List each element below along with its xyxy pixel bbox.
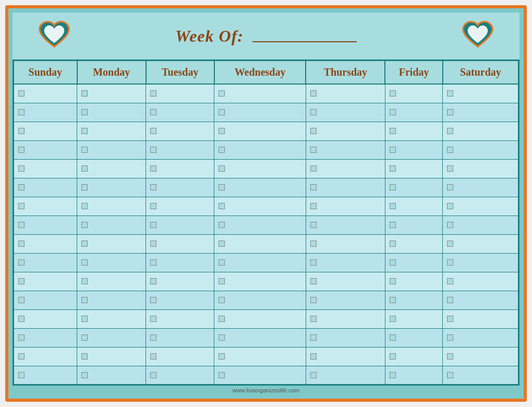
checkbox[interactable] xyxy=(150,316,156,322)
checkbox[interactable] xyxy=(150,297,156,303)
checkbox[interactable] xyxy=(81,297,88,303)
checkbox[interactable] xyxy=(81,109,88,115)
checkbox[interactable] xyxy=(219,128,225,134)
checkbox[interactable] xyxy=(390,203,396,209)
checkbox[interactable] xyxy=(390,165,396,172)
checkbox[interactable] xyxy=(18,334,25,341)
checkbox[interactable] xyxy=(150,222,156,228)
checkbox[interactable] xyxy=(219,90,225,97)
checkbox[interactable] xyxy=(447,222,453,228)
checkbox[interactable] xyxy=(390,241,396,247)
checkbox[interactable] xyxy=(81,203,88,209)
checkbox[interactable] xyxy=(390,222,396,228)
checkbox[interactable] xyxy=(150,147,156,153)
checkbox[interactable] xyxy=(447,203,453,209)
checkbox[interactable] xyxy=(447,259,453,266)
checkbox[interactable] xyxy=(18,90,25,97)
checkbox[interactable] xyxy=(310,241,317,247)
checkbox[interactable] xyxy=(150,353,156,360)
checkbox[interactable] xyxy=(18,184,25,190)
checkbox[interactable] xyxy=(81,259,88,266)
checkbox[interactable] xyxy=(310,128,317,134)
checkbox[interactable] xyxy=(18,222,25,228)
checkbox[interactable] xyxy=(447,316,453,322)
checkbox[interactable] xyxy=(447,184,453,190)
checkbox[interactable] xyxy=(310,203,317,209)
checkbox[interactable] xyxy=(447,353,453,360)
checkbox[interactable] xyxy=(81,90,88,97)
checkbox[interactable] xyxy=(390,147,396,153)
checkbox[interactable] xyxy=(18,278,25,284)
checkbox[interactable] xyxy=(310,372,317,378)
checkbox[interactable] xyxy=(310,316,317,322)
checkbox[interactable] xyxy=(310,353,317,360)
checkbox[interactable] xyxy=(81,353,88,360)
checkbox[interactable] xyxy=(310,184,317,190)
checkbox[interactable] xyxy=(18,241,25,247)
checkbox[interactable] xyxy=(150,259,156,266)
checkbox[interactable] xyxy=(81,184,88,190)
checkbox[interactable] xyxy=(150,109,156,115)
checkbox[interactable] xyxy=(447,165,453,172)
checkbox[interactable] xyxy=(447,334,453,341)
checkbox[interactable] xyxy=(390,316,396,322)
checkbox[interactable] xyxy=(81,316,88,322)
checkbox[interactable] xyxy=(81,128,88,134)
checkbox[interactable] xyxy=(219,278,225,284)
checkbox[interactable] xyxy=(81,278,88,284)
checkbox[interactable] xyxy=(310,259,317,266)
checkbox[interactable] xyxy=(18,372,25,378)
checkbox[interactable] xyxy=(390,353,396,360)
checkbox[interactable] xyxy=(447,241,453,247)
checkbox[interactable] xyxy=(219,259,225,266)
checkbox[interactable] xyxy=(390,372,396,378)
checkbox[interactable] xyxy=(81,334,88,341)
checkbox[interactable] xyxy=(18,128,25,134)
checkbox[interactable] xyxy=(219,334,225,341)
checkbox[interactable] xyxy=(447,278,453,284)
checkbox[interactable] xyxy=(390,259,396,266)
checkbox[interactable] xyxy=(219,372,225,378)
checkbox[interactable] xyxy=(447,90,453,97)
checkbox[interactable] xyxy=(219,109,225,115)
checkbox[interactable] xyxy=(390,90,396,97)
checkbox[interactable] xyxy=(447,128,453,134)
checkbox[interactable] xyxy=(390,109,396,115)
checkbox[interactable] xyxy=(219,241,225,247)
checkbox[interactable] xyxy=(219,316,225,322)
checkbox[interactable] xyxy=(150,90,156,97)
checkbox[interactable] xyxy=(18,147,25,153)
checkbox[interactable] xyxy=(18,203,25,209)
checkbox[interactable] xyxy=(310,147,317,153)
checkbox[interactable] xyxy=(150,128,156,134)
checkbox[interactable] xyxy=(310,334,317,341)
checkbox[interactable] xyxy=(390,128,396,134)
checkbox[interactable] xyxy=(390,297,396,303)
checkbox[interactable] xyxy=(81,241,88,247)
checkbox[interactable] xyxy=(310,222,317,228)
checkbox[interactable] xyxy=(18,353,25,360)
checkbox[interactable] xyxy=(310,278,317,284)
checkbox[interactable] xyxy=(18,316,25,322)
checkbox[interactable] xyxy=(310,90,317,97)
checkbox[interactable] xyxy=(310,297,317,303)
checkbox[interactable] xyxy=(81,222,88,228)
checkbox[interactable] xyxy=(390,334,396,341)
checkbox[interactable] xyxy=(219,203,225,209)
checkbox[interactable] xyxy=(390,184,396,190)
checkbox[interactable] xyxy=(219,222,225,228)
checkbox[interactable] xyxy=(18,259,25,266)
checkbox[interactable] xyxy=(447,297,453,303)
checkbox[interactable] xyxy=(219,165,225,172)
checkbox[interactable] xyxy=(150,372,156,378)
checkbox[interactable] xyxy=(150,278,156,284)
checkbox[interactable] xyxy=(447,147,453,153)
checkbox[interactable] xyxy=(81,165,88,172)
checkbox[interactable] xyxy=(447,109,453,115)
checkbox[interactable] xyxy=(18,109,25,115)
checkbox[interactable] xyxy=(150,184,156,190)
checkbox[interactable] xyxy=(310,109,317,115)
checkbox[interactable] xyxy=(219,353,225,360)
checkbox[interactable] xyxy=(150,241,156,247)
checkbox[interactable] xyxy=(219,147,225,153)
